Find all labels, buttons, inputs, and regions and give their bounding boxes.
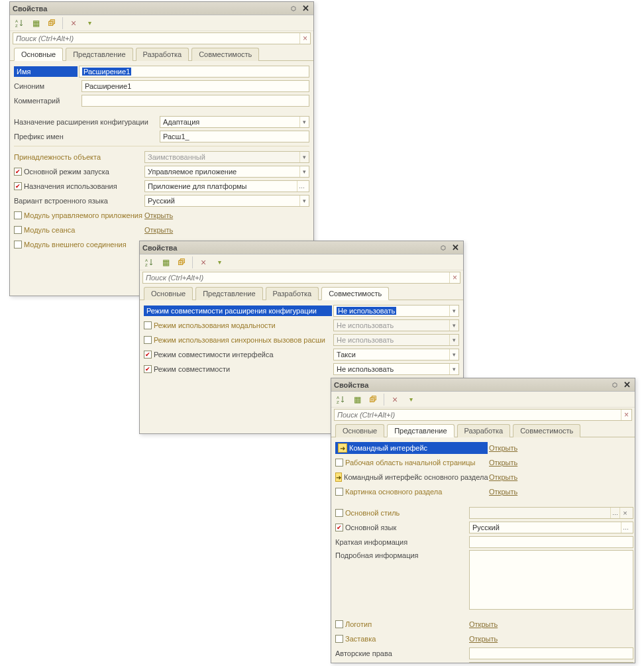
checkbox-section-pic[interactable]: [335, 488, 343, 496]
close-icon[interactable]: ✕: [300, 3, 311, 14]
tab-main[interactable]: Основные: [144, 287, 193, 300]
label-main-lang: Основной язык: [335, 524, 468, 531]
toolbar: AZ ▦ 🗊 × ▾: [140, 254, 463, 270]
checkbox-mod-ext[interactable]: [14, 241, 22, 249]
tab-presentation[interactable]: Представление: [195, 287, 262, 300]
checkbox-modality[interactable]: [144, 321, 152, 329]
close-icon[interactable]: ✕: [450, 243, 460, 253]
select-main-lang[interactable]: Русский …: [469, 522, 633, 533]
checkbox-iface-compat[interactable]: [144, 351, 152, 359]
select-runmode[interactable]: Управляемое приложение▾: [144, 166, 309, 178]
label-usage: Назначения использования: [14, 182, 143, 190]
checkbox-usage[interactable]: [14, 182, 22, 190]
checkbox-sync[interactable]: [144, 336, 152, 344]
pin-icon[interactable]: ⬡: [441, 245, 446, 251]
clear-icon[interactable]: ×: [196, 256, 211, 269]
arrow-icon: ➜: [335, 472, 342, 482]
clear-icon[interactable]: ×: [66, 17, 81, 30]
field-copyright[interactable]: [469, 647, 633, 659]
checkbox-logo[interactable]: [335, 620, 343, 628]
link-open-splash[interactable]: Открыть: [469, 635, 498, 643]
select-iface-compat[interactable]: Такси▾: [333, 349, 459, 361]
tab-development[interactable]: Разработка: [136, 48, 189, 61]
field-comment[interactable]: [81, 95, 309, 107]
tab-main[interactable]: Основные: [14, 48, 63, 61]
search-clear-icon[interactable]: ×: [621, 410, 631, 420]
tab-compat[interactable]: Совместимость: [191, 48, 259, 61]
sort-icon[interactable]: AZ: [334, 393, 349, 406]
sort-icon[interactable]: AZ: [13, 17, 27, 30]
categories-icon[interactable]: ▦: [158, 256, 173, 269]
field-synonym[interactable]: Расширение1: [81, 80, 309, 92]
tab-main[interactable]: Основные: [335, 424, 384, 437]
tab-compat[interactable]: Совместимость: [513, 424, 580, 437]
filter-icon[interactable]: 🗊: [174, 256, 189, 269]
tab-presentation[interactable]: Представление: [66, 48, 133, 61]
select-sync[interactable]: Не использовать▾: [333, 334, 459, 346]
search-input[interactable]: [335, 410, 621, 420]
tabs: Основные Представление Разработка Совмес…: [10, 47, 313, 61]
dropdown-icon[interactable]: ▾: [403, 393, 418, 406]
search-clear-icon[interactable]: ×: [299, 33, 310, 44]
tab-compat[interactable]: Совместимость: [321, 287, 389, 300]
dropdown-icon[interactable]: ▾: [82, 17, 97, 30]
tab-development[interactable]: Разработка: [266, 287, 319, 300]
sort-icon[interactable]: AZ: [142, 256, 157, 269]
select-main-style[interactable]: … ×: [469, 507, 633, 519]
chevron-down-icon: ▾: [299, 195, 309, 206]
tabs: Основные Представление Разработка Совмес…: [140, 286, 463, 300]
select-lang[interactable]: Русский▾: [144, 195, 309, 207]
clear-icon[interactable]: ×: [388, 393, 402, 406]
field-name[interactable]: Расширение1: [79, 66, 309, 78]
search-clear-icon[interactable]: ×: [449, 272, 460, 283]
close-icon[interactable]: ✕: [621, 380, 632, 390]
link-open-section-pic[interactable]: Открыть: [489, 488, 517, 496]
search-input[interactable]: [143, 272, 449, 283]
checkbox-runmode[interactable]: [14, 168, 22, 176]
chevron-down-icon: ▾: [449, 349, 458, 360]
filter-icon[interactable]: 🗊: [44, 17, 59, 30]
field-short-info[interactable]: [469, 536, 633, 548]
label-section-pic: Картинка основного раздела: [335, 488, 488, 496]
select-compat[interactable]: Не использовать▾: [333, 363, 459, 375]
link-open-mod-session[interactable]: Открыть: [144, 226, 173, 234]
select-ext-compat[interactable]: Не использовать▾: [333, 305, 459, 317]
label-main-style: Основной стиль: [335, 509, 468, 517]
ellipsis-icon: …: [621, 522, 630, 533]
label-prefix: Префикс имен: [14, 133, 158, 140]
checkbox-mod-session[interactable]: [14, 226, 22, 234]
checkbox-splash[interactable]: [335, 635, 343, 643]
checkbox-start-area[interactable]: [335, 459, 343, 467]
filter-icon[interactable]: 🗊: [366, 393, 380, 406]
svg-text:A: A: [337, 396, 339, 400]
toolbar: AZ ▦ 🗊 × ▾: [10, 15, 313, 31]
link-open-cmd-iface[interactable]: Открыть: [489, 444, 517, 452]
checkbox-main-style[interactable]: [335, 509, 343, 517]
pin-icon[interactable]: ⬡: [612, 382, 617, 388]
select-ownership[interactable]: Заимствованный▾: [144, 151, 309, 163]
label-lang: Вариант встроенного языка: [14, 197, 143, 205]
pin-icon[interactable]: ⬡: [291, 5, 296, 12]
field-prefix[interactable]: Расш1_: [160, 131, 309, 142]
checkbox-compat[interactable]: [144, 365, 152, 373]
link-open-logo[interactable]: Открыть: [469, 620, 498, 628]
field-detail-info[interactable]: [469, 550, 633, 610]
categories-icon[interactable]: ▦: [350, 393, 364, 406]
checkbox-mod-app[interactable]: [14, 211, 22, 219]
search-input[interactable]: [13, 33, 299, 44]
label-detail-info: Подробная информация: [335, 550, 468, 559]
tab-development[interactable]: Разработка: [457, 424, 511, 437]
link-open-start-area[interactable]: Открыть: [489, 459, 517, 467]
tab-presentation[interactable]: Представление: [387, 424, 454, 437]
checkbox-main-lang[interactable]: [335, 524, 343, 531]
select-modality[interactable]: Не использовать▾: [333, 319, 459, 331]
select-ext-purpose[interactable]: Адаптация▾: [160, 116, 309, 128]
field-supplier-info[interactable]: [469, 662, 633, 663]
label-cmd-iface: ➜ Командный интерфейс: [335, 442, 488, 454]
categories-icon[interactable]: ▦: [28, 17, 43, 30]
label-splash: Заставка: [335, 635, 468, 643]
select-usage[interactable]: Приложение для платформы…: [144, 180, 309, 192]
link-open-cmd-main[interactable]: Открыть: [489, 473, 517, 481]
link-open-mod-app[interactable]: Открыть: [144, 211, 173, 219]
dropdown-icon[interactable]: ▾: [212, 256, 227, 269]
